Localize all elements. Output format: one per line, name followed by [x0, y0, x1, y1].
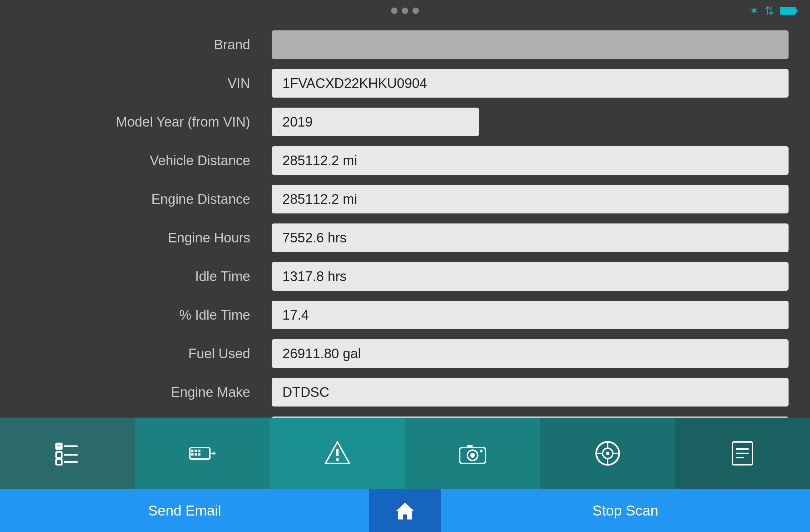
brand-label: Brand [21, 37, 272, 53]
model-year-row: Model Year (from VIN) 2019 [21, 106, 789, 138]
status-dot-2 [402, 8, 408, 14]
engine-make-label: Engine Make [21, 385, 272, 400]
pct-idle-time-label: % Idle Time [21, 307, 272, 323]
svg-marker-37 [396, 503, 414, 519]
engine-serial-row: Engine Serial 936913S0003210 [21, 415, 789, 418]
pct-idle-time-row: % Idle Time 17.4 [21, 299, 789, 331]
engine-hours-value: 7552.6 hrs [272, 223, 789, 252]
warning-icon [323, 439, 352, 468]
battery-icon [780, 7, 796, 15]
status-icons: ✶ ⇅ [749, 4, 796, 18]
svg-point-25 [480, 450, 483, 453]
home-icon [394, 501, 416, 521]
engine-make-value: DTDSC [272, 378, 789, 407]
toolbar-device[interactable] [135, 418, 270, 489]
device-icon [188, 439, 217, 468]
pct-idle-time-value: 17.4 [272, 301, 789, 329]
model-year-label: Model Year (from VIN) [21, 114, 272, 130]
vin-row: VIN 1FVACXD22KHKU0904 [21, 67, 789, 99]
svg-rect-5 [56, 459, 62, 465]
engine-make-row: Engine Make DTDSC [21, 376, 789, 408]
engine-hours-row: Engine Hours 7552.6 hrs [21, 222, 789, 254]
svg-rect-13 [191, 453, 193, 455]
svg-rect-24 [467, 445, 473, 448]
svg-point-20 [336, 458, 339, 461]
svg-rect-15 [198, 453, 200, 455]
checklist-icon [53, 439, 82, 468]
bluetooth-icon: ✶ [749, 4, 759, 18]
send-email-button[interactable]: Send Email [0, 489, 369, 532]
model-year-value: 2019 [272, 108, 479, 136]
fuel-used-label: Fuel Used [21, 346, 272, 361]
vehicle-distance-value: 285112.2 mi [272, 146, 789, 175]
signal-icon: ⇅ [765, 4, 774, 18]
vin-label: VIN [21, 76, 272, 91]
svg-point-28 [606, 452, 609, 455]
toolbar-notes[interactable] [675, 418, 810, 489]
svg-rect-10 [191, 450, 193, 452]
brand-value [272, 30, 789, 59]
bottom-toolbar [0, 418, 810, 489]
vin-value: 1FVACXD22KHKU0904 [272, 69, 789, 98]
status-dot-3 [413, 8, 419, 14]
stop-scan-button[interactable]: Stop Scan [441, 489, 810, 532]
engine-distance-value: 285112.2 mi [272, 185, 789, 213]
fuel-used-value: 26911.80 gal [272, 339, 789, 368]
toolbar-warning[interactable] [270, 418, 405, 489]
vehicle-distance-label: Vehicle Distance [21, 153, 272, 168]
engine-distance-label: Engine Distance [21, 192, 272, 207]
vehicle-distance-row: Vehicle Distance 285112.2 mi [21, 144, 789, 177]
idle-time-label: Idle Time [21, 269, 272, 284]
status-dot-1 [391, 8, 397, 14]
idle-time-value: 1317.8 hrs [272, 262, 789, 291]
svg-rect-4 [56, 452, 62, 458]
engine-distance-row: Engine Distance 285112.2 mi [21, 183, 789, 215]
svg-rect-12 [198, 450, 200, 452]
camera-icon [458, 439, 487, 468]
svg-rect-14 [194, 453, 197, 455]
toolbar-checklist[interactable] [0, 418, 135, 489]
action-bar: Send Email Stop Scan [0, 489, 810, 532]
tire-icon [593, 439, 622, 468]
fuel-used-row: Fuel Used 26911.80 gal [21, 338, 789, 370]
home-button[interactable] [369, 489, 441, 532]
brand-row: Brand [21, 29, 789, 61]
svg-point-23 [470, 453, 475, 458]
notes-icon [728, 439, 757, 468]
idle-time-row: Idle Time 1317.8 hrs [21, 260, 789, 292]
toolbar-camera[interactable] [405, 418, 540, 489]
svg-marker-17 [213, 451, 216, 455]
status-bar: ✶ ⇅ [0, 0, 810, 21]
svg-rect-11 [194, 450, 197, 452]
main-content: Brand VIN 1FVACXD22KHKU0904 Model Year (… [0, 21, 810, 418]
toolbar-tire[interactable] [540, 418, 675, 489]
engine-hours-label: Engine Hours [21, 230, 272, 246]
status-dots [391, 8, 419, 14]
